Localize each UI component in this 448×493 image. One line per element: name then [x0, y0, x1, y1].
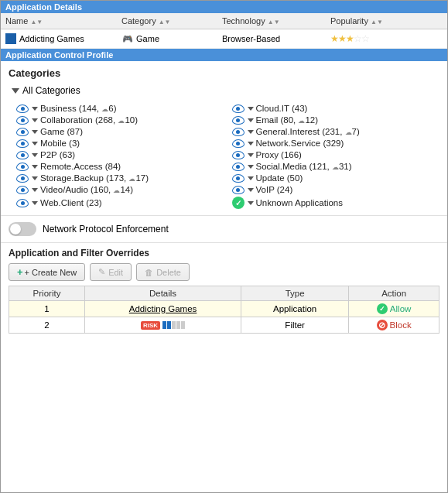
- cat-item-mobile[interactable]: Mobile (3): [16, 139, 224, 148]
- eye-icon: [232, 174, 245, 183]
- eye-icon: [16, 199, 29, 207]
- cat-item-update[interactable]: Update (50): [232, 173, 440, 183]
- th-type: Type: [241, 286, 349, 301]
- green-check-icon: ✓: [232, 197, 245, 209]
- cat-item-unknown-apps[interactable]: ✓ Unknown Applications: [232, 197, 440, 209]
- eye-icon: [232, 128, 245, 136]
- col-category: Category ▲▼: [117, 15, 217, 27]
- cat-item-business[interactable]: Business (144, ☁6): [16, 104, 224, 113]
- all-categories-row[interactable]: All Categories: [9, 85, 439, 96]
- eye-icon: [16, 104, 29, 113]
- cat-item-proxy[interactable]: Proxy (166): [232, 150, 440, 159]
- table-row[interactable]: 1 Addicting Games Application ✓ Allow: [9, 301, 439, 317]
- bar3: [172, 321, 176, 329]
- action-cell: ✓ Allow: [349, 301, 439, 317]
- cat-item-web-client[interactable]: Web.Client (23): [16, 197, 224, 209]
- dropdown-icon: [248, 201, 254, 205]
- details-cell: Addicting Games: [85, 301, 241, 317]
- app-popularity: ★★★☆☆: [326, 32, 419, 46]
- dropdown-icon: [32, 188, 38, 192]
- eye-icon: [16, 163, 29, 171]
- cat-item-video-audio[interactable]: Video/Audio (160, ☁14): [16, 185, 224, 194]
- categories-section: Categories All Categories Business (144,…: [1, 61, 447, 215]
- app-data-row: Addicting Games 🎮 Game Browser-Based ★★★…: [1, 29, 447, 49]
- eye-icon: [232, 151, 245, 159]
- toolbar: + + Create New ✎ Edit 🗑 Delete: [9, 263, 439, 281]
- allow-badge: ✓ Allow: [377, 303, 411, 314]
- app-details-header: Application Details: [1, 1, 447, 13]
- delete-button[interactable]: 🗑 Delete: [136, 263, 190, 281]
- network-protocol-toggle[interactable]: [9, 222, 36, 236]
- eye-icon: [16, 151, 29, 159]
- cat-item-cloudit[interactable]: Cloud.IT (43): [232, 104, 440, 113]
- cat-item-p2p[interactable]: P2P (63): [16, 150, 224, 159]
- eye-icon: [16, 116, 29, 125]
- eye-icon: [232, 139, 245, 148]
- dropdown-icon: [248, 188, 254, 192]
- eye-icon: [232, 186, 245, 194]
- dropdown-icon: [32, 107, 38, 111]
- dropdown-icon: [32, 176, 38, 180]
- collapse-arrow-icon: [12, 88, 19, 94]
- pop-sort-icon: ▲▼: [371, 19, 383, 26]
- priority-cell: 2: [9, 317, 85, 334]
- cat-item-network-service[interactable]: Network.Service (329): [232, 139, 440, 148]
- cat-item-remote-access[interactable]: Remote.Access (84): [16, 162, 224, 171]
- eye-icon: [16, 128, 29, 136]
- action-cell: ⊘ Block: [349, 317, 439, 334]
- dropdown-icon: [32, 201, 38, 205]
- dropdown-icon: [248, 165, 254, 169]
- filter-bars: [162, 321, 185, 329]
- stars-filled: ★★★: [330, 33, 354, 44]
- eye-icon: [16, 139, 29, 148]
- acp-header: Application Control Profile: [1, 49, 447, 61]
- cat-item-social-media[interactable]: Social.Media (121, ☁31): [232, 162, 440, 171]
- trash-icon: 🗑: [145, 268, 153, 277]
- app-link[interactable]: Addicting Games: [129, 304, 197, 313]
- cat-item-voip[interactable]: VoIP (24): [232, 185, 440, 194]
- filter-indicator: RISK: [90, 321, 236, 330]
- stars-empty: ☆☆: [354, 33, 369, 44]
- overrides-table: Priority Details Type Action 1 Addicting…: [9, 286, 439, 334]
- eye-icon: [16, 186, 29, 194]
- cat-item-storage-backup[interactable]: Storage.Backup (173, ☁17): [16, 173, 224, 183]
- column-headers: Name ▲▼ Category ▲▼ Technology ▲▼ Popula…: [1, 13, 447, 29]
- dropdown-icon: [248, 142, 254, 146]
- app-category: 🎮 Game: [117, 31, 217, 46]
- all-categories-label: All Categories: [22, 85, 80, 96]
- block-icon: ⊘: [377, 320, 388, 330]
- bar4: [176, 321, 180, 329]
- overrides-title: Application and Filter Overrides: [9, 248, 439, 258]
- categories-title: Categories: [9, 67, 439, 79]
- risk-badge: RISK: [141, 321, 160, 330]
- bar5: [181, 321, 185, 329]
- edit-button[interactable]: ✎ Edit: [90, 263, 132, 281]
- cat-item-game[interactable]: Game (87): [16, 127, 224, 136]
- acp-label: Application Control Profile: [5, 50, 113, 60]
- bar2: [167, 321, 171, 329]
- overrides-section: Application and Filter Overrides + + Cre…: [1, 242, 447, 338]
- app-name-cell: Addicting Games: [1, 32, 117, 46]
- app-technology: Browser-Based: [217, 33, 326, 45]
- cat-item-email[interactable]: Email (80, ☁12): [232, 115, 440, 125]
- col-popularity: Popularity ▲▼: [326, 15, 419, 27]
- cat-item-collab[interactable]: Collaboration (268, ☁10): [16, 115, 224, 125]
- plus-icon: +: [17, 266, 23, 278]
- dropdown-icon: [248, 153, 254, 157]
- eye-icon: [16, 174, 29, 183]
- col-name: Name ▲▼: [1, 15, 117, 27]
- network-protocol-label: Network Protocol Enforcement: [43, 224, 169, 235]
- category-sort-icon: ▲▼: [159, 19, 171, 26]
- dropdown-icon: [32, 142, 38, 146]
- cat-item-general-interest[interactable]: General.Interest (231, ☁7): [232, 127, 440, 136]
- dropdown-icon: [248, 107, 254, 111]
- dropdown-icon: [32, 118, 38, 122]
- dropdown-icon: [32, 130, 38, 134]
- dropdown-icon: [32, 165, 38, 169]
- create-new-button[interactable]: + + Create New: [9, 263, 85, 281]
- table-row[interactable]: 2 RISK Filter: [9, 317, 439, 334]
- eye-icon: [232, 104, 245, 113]
- eye-icon: [232, 163, 245, 171]
- priority-cell: 1: [9, 301, 85, 317]
- allow-icon: ✓: [377, 303, 388, 314]
